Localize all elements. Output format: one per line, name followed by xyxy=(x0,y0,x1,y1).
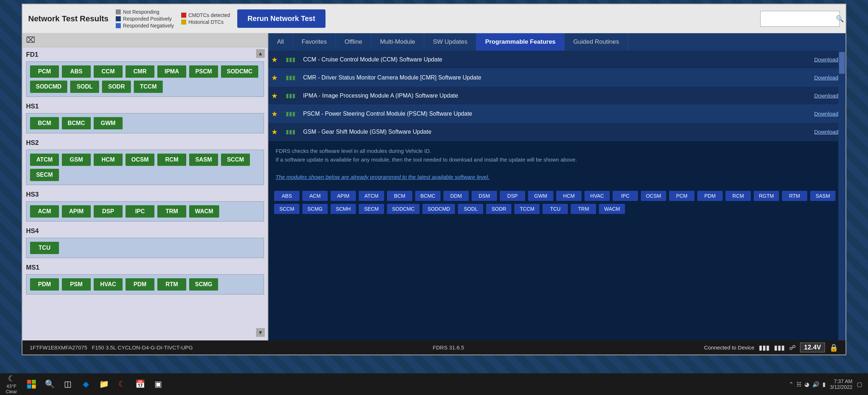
module-btn-hvac[interactable]: HVAC xyxy=(94,278,123,291)
module-btn-bcm[interactable]: BCM xyxy=(30,117,59,129)
prog-module-btn-trm[interactable]: TRM xyxy=(571,204,596,214)
download-btn-cmr[interactable]: Download xyxy=(810,72,843,83)
volume-icon[interactable]: 🔊 xyxy=(812,381,820,388)
prog-module-btn-sodcmd[interactable]: SODCMD xyxy=(422,204,455,214)
tab-multi-module[interactable]: Multi-Module xyxy=(371,33,424,51)
taskview-icon[interactable]: ◫ xyxy=(61,378,74,391)
module-btn-pdm2[interactable]: PDM xyxy=(125,278,154,291)
prog-module-btn-ipc[interactable]: IPC xyxy=(613,191,638,201)
prog-module-btn-atcm[interactable]: ATCM xyxy=(359,191,384,201)
module-btn-abs[interactable]: ABS xyxy=(62,65,91,78)
rerun-network-test-button[interactable]: Rerun Network Test xyxy=(237,9,325,28)
prog-module-btn-abs[interactable]: ABS xyxy=(274,191,299,201)
left-scroll-up-button[interactable]: ▲ xyxy=(256,49,265,58)
prog-module-btn-sodr[interactable]: SODR xyxy=(486,204,511,214)
module-btn-hcm[interactable]: HCM xyxy=(94,154,123,166)
left-scroll-down-button[interactable]: ▼ xyxy=(256,328,265,337)
module-btn-wacm[interactable]: WACM xyxy=(189,205,219,218)
download-btn-ipma[interactable]: Download xyxy=(810,90,843,101)
module-btn-pcm[interactable]: PCM xyxy=(30,65,59,78)
prog-module-btn-sodl[interactable]: SODL xyxy=(458,204,483,214)
prog-module-btn-rtm[interactable]: RTM xyxy=(782,191,807,201)
prog-module-btn-pcm[interactable]: PCM xyxy=(669,191,694,201)
start-button[interactable] xyxy=(25,378,38,391)
module-btn-ocsm[interactable]: OCSM xyxy=(125,154,154,166)
module-btn-ipma[interactable]: IPMA xyxy=(157,65,186,78)
module-btn-sodcmc[interactable]: SODCMC xyxy=(221,65,258,78)
tab-offline[interactable]: Offline xyxy=(336,33,371,51)
module-btn-tcu[interactable]: TCU xyxy=(30,242,59,254)
prog-module-btn-rcm[interactable]: RCM xyxy=(726,191,751,201)
module-btn-rcm[interactable]: RCM xyxy=(157,154,186,166)
search-input[interactable] xyxy=(763,16,836,22)
prog-module-btn-tccm[interactable]: TCCM xyxy=(514,204,540,214)
grid-view-icon[interactable]: ⌧ xyxy=(26,35,35,44)
star-icon-ccm[interactable]: ★ xyxy=(271,55,286,64)
calendar-icon[interactable]: 📅 xyxy=(133,378,146,391)
notification-icon[interactable]: ▢ xyxy=(857,381,862,388)
download-btn-pscm[interactable]: Download xyxy=(810,108,843,119)
prog-module-btn-tcu[interactable]: TCU xyxy=(542,204,568,214)
module-btn-sodr[interactable]: SODR xyxy=(102,81,131,93)
wifi-icon[interactable]: ◕ xyxy=(804,381,809,388)
module-btn-sasm[interactable]: SASM xyxy=(189,154,218,166)
module-btn-sodcmd[interactable]: SODCMD xyxy=(30,81,67,93)
fdrs-icon[interactable]: ▣ xyxy=(152,378,165,391)
module-btn-secm[interactable]: SECM xyxy=(30,169,59,181)
battery-icon[interactable]: ▮ xyxy=(822,381,826,388)
module-btn-rtm[interactable]: RTM xyxy=(157,278,186,291)
module-btn-scmg[interactable]: SCMG xyxy=(189,278,218,291)
module-btn-psm[interactable]: PSM xyxy=(62,278,91,291)
explorer-icon[interactable]: 📁 xyxy=(97,378,110,391)
star-icon-gsm[interactable]: ★ xyxy=(271,128,286,136)
star-icon-pscm[interactable]: ★ xyxy=(271,110,286,118)
already-programmed-link[interactable]: The modules shown below are already prog… xyxy=(276,174,489,180)
prog-module-btn-acm[interactable]: ACM xyxy=(302,191,328,201)
module-btn-sccm[interactable]: SCCM xyxy=(221,154,250,166)
tab-all[interactable]: All xyxy=(268,33,293,51)
prog-module-btn-apim[interactable]: APIM xyxy=(331,191,356,201)
tab-programmable-features[interactable]: Programmable Features xyxy=(476,33,565,51)
prog-module-btn-rgtm[interactable]: RGTM xyxy=(754,191,779,201)
tab-favorites[interactable]: Favorites xyxy=(293,33,336,51)
prog-module-btn-sccm[interactable]: SCCM xyxy=(274,204,299,214)
prog-module-btn-ocsm[interactable]: OCSM xyxy=(641,191,666,201)
module-btn-ipc[interactable]: IPC xyxy=(125,205,154,218)
prog-module-btn-scmg[interactable]: SCMG xyxy=(302,204,328,214)
module-btn-gwm[interactable]: GWM xyxy=(94,117,123,129)
module-btn-atcm[interactable]: ATCM xyxy=(30,154,59,166)
prog-module-btn-hcm[interactable]: HCM xyxy=(556,191,582,201)
prog-module-btn-wacm[interactable]: WACM xyxy=(599,204,625,214)
prog-module-btn-secm[interactable]: SECM xyxy=(359,204,384,214)
left-panel-scroll[interactable]: FD1 PCM ABS CCM CMR IPMA PSCM SODCMC SOD… xyxy=(22,47,268,340)
module-btn-dsp[interactable]: DSP xyxy=(94,205,123,218)
prog-module-btn-scmh[interactable]: SCMH xyxy=(331,204,356,214)
download-btn-gsm[interactable]: Download xyxy=(810,126,843,137)
module-btn-cmr[interactable]: CMR xyxy=(125,65,154,78)
prog-module-btn-ddm[interactable]: DDM xyxy=(443,191,469,201)
prog-module-btn-sodcmc[interactable]: SODCMC xyxy=(387,204,420,214)
tab-guided-routines[interactable]: Guided Routines xyxy=(565,33,628,51)
network-icon[interactable]: ☵ xyxy=(796,381,801,388)
chevron-up-icon[interactable]: ⌃ xyxy=(789,381,793,388)
prog-module-btn-dsp[interactable]: DSP xyxy=(500,191,525,201)
download-btn-ccm[interactable]: Download xyxy=(810,54,843,65)
browser-icon[interactable]: ☾ xyxy=(115,378,128,391)
right-scrollbar-thumb[interactable] xyxy=(839,52,845,74)
search-icon[interactable]: 🔍 xyxy=(836,15,844,23)
prog-module-btn-hvac[interactable]: HVAC xyxy=(584,191,610,201)
module-btn-sodl[interactable]: SODL xyxy=(70,81,99,93)
prog-module-btn-bcm[interactable]: BCM xyxy=(387,191,412,201)
prog-module-btn-gwm[interactable]: GWM xyxy=(528,191,553,201)
prog-module-btn-bcmc[interactable]: BCMC xyxy=(415,191,441,201)
module-btn-gsm[interactable]: GSM xyxy=(62,154,91,166)
star-icon-cmr[interactable]: ★ xyxy=(271,73,286,82)
module-btn-apim[interactable]: APIM xyxy=(62,205,91,218)
prog-module-btn-pdm[interactable]: PDM xyxy=(697,191,723,201)
module-btn-acm[interactable]: ACM xyxy=(30,205,59,218)
search-taskbar-icon[interactable]: 🔍 xyxy=(43,378,56,391)
star-icon-ipma[interactable]: ★ xyxy=(271,91,286,100)
edge-icon[interactable]: ◆ xyxy=(79,378,92,391)
module-btn-ccm[interactable]: CCM xyxy=(94,65,123,78)
module-btn-pdm[interactable]: PDM xyxy=(30,278,59,291)
